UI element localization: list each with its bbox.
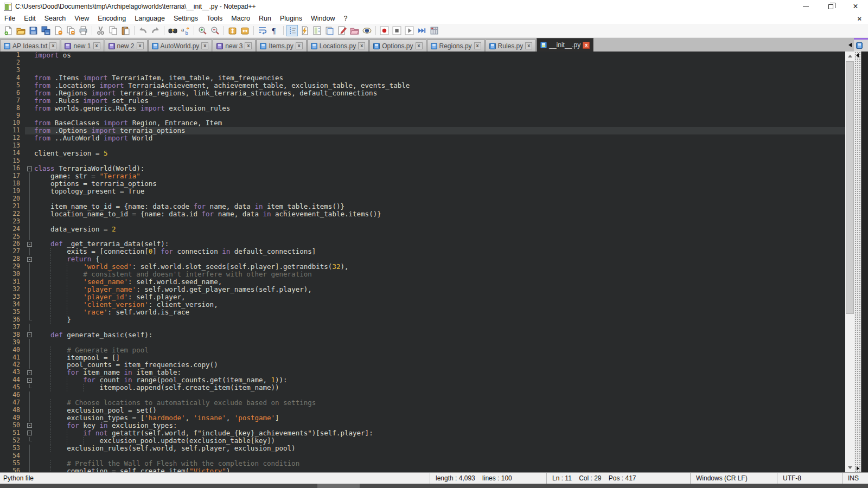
code-line[interactable]: 36 } xyxy=(0,316,845,324)
code-line[interactable]: 27 exits = [connection[0] for connection… xyxy=(0,248,845,255)
tab-items-py[interactable]: Items.pyx xyxy=(256,40,306,52)
code-line[interactable]: 38- def generate_basic(self): xyxy=(0,331,845,339)
tab-ap-ideas-txt[interactable]: AP Ideas.txtx xyxy=(0,40,60,52)
fold-margin[interactable] xyxy=(25,399,34,407)
tab-regions-py[interactable]: Regions.pyx xyxy=(427,40,485,52)
tab-close-icon[interactable]: x xyxy=(201,42,208,49)
fold-margin[interactable] xyxy=(25,233,34,241)
code-line[interactable]: 8from worlds.generic.Rules import exclus… xyxy=(0,105,845,112)
tab-rules-py[interactable]: Rules.pyx xyxy=(486,40,537,52)
code-line[interactable]: 46 xyxy=(0,391,845,399)
fold-margin[interactable] xyxy=(25,82,34,89)
macro-run-multiple-icon[interactable] xyxy=(416,25,427,36)
define-language-icon[interactable] xyxy=(299,25,310,36)
fold-margin[interactable] xyxy=(25,301,34,309)
fold-margin[interactable] xyxy=(25,263,34,271)
redo-icon[interactable] xyxy=(150,25,161,36)
code-line[interactable]: 47 # Choose locations to automatically e… xyxy=(0,399,845,407)
print-icon[interactable] xyxy=(78,25,89,36)
fold-margin[interactable] xyxy=(25,142,34,150)
code-line[interactable]: 48 exclusion_pool = set() xyxy=(0,407,845,414)
scroll-up-button[interactable] xyxy=(845,52,854,61)
find-icon[interactable] xyxy=(167,25,178,36)
tab-close-icon[interactable]: x xyxy=(416,42,423,49)
sync-horizontal-scroll-icon[interactable] xyxy=(239,25,251,36)
undo-icon[interactable] xyxy=(137,25,149,36)
fold-margin[interactable] xyxy=(25,67,34,74)
code-line[interactable]: 6from .Regions import terraria_regions, … xyxy=(0,89,845,97)
tab-close-icon[interactable]: x xyxy=(137,42,144,49)
code-line[interactable]: 17 game: str = "Terraria" xyxy=(0,172,845,180)
minimize-button[interactable] xyxy=(793,0,818,13)
fold-margin[interactable] xyxy=(25,278,34,286)
menu-item-help[interactable]: ? xyxy=(339,13,352,24)
edit-document-icon[interactable] xyxy=(336,25,348,36)
menu-item-window[interactable]: Window xyxy=(307,13,339,24)
document-list-icon[interactable] xyxy=(324,25,335,36)
tab-new-2[interactable]: new 2x xyxy=(105,40,148,52)
code-line[interactable]: 55 # Prefill the Wall of Flesh with the … xyxy=(0,460,845,467)
tab-autoworld-py[interactable]: AutoWorld.pyx xyxy=(148,40,213,52)
code-line[interactable]: 22 location_name_to_id = {name: data.id … xyxy=(0,210,845,218)
code-line[interactable]: 39 xyxy=(0,339,845,346)
code-line[interactable]: 7from .Rules import set_rules xyxy=(0,97,845,105)
fold-margin[interactable] xyxy=(25,309,34,316)
tab-close-icon[interactable]: x xyxy=(583,42,590,49)
code-line[interactable]: 32 'player_name': self.world.get_player_… xyxy=(0,286,845,293)
fold-margin[interactable] xyxy=(25,157,34,165)
close-all-icon[interactable] xyxy=(65,25,76,36)
code-line[interactable]: 43- for item_name in item_table: xyxy=(0,369,845,376)
fold-margin[interactable]: - xyxy=(25,240,34,248)
code-line[interactable]: 11from .Options import terraria_options xyxy=(0,127,845,134)
code-line[interactable]: 14client_version = 5 xyxy=(0,150,845,157)
fold-collapse-icon[interactable]: - xyxy=(27,370,32,375)
tab-scroll-left-button[interactable] xyxy=(846,40,854,50)
fold-margin[interactable] xyxy=(25,195,34,203)
tab-locations-py[interactable]: Locations.pyx xyxy=(307,40,369,52)
code-line[interactable]: 44- for count in range(pool_counts.get(i… xyxy=(0,376,845,384)
fold-margin[interactable]: - xyxy=(25,429,34,437)
fold-margin[interactable] xyxy=(25,74,34,82)
code-line[interactable]: 28- return { xyxy=(0,255,845,263)
fold-margin[interactable] xyxy=(25,127,34,134)
sync-vertical-scroll-icon[interactable] xyxy=(227,25,238,36)
fold-margin[interactable] xyxy=(25,384,34,391)
menu-item-language[interactable]: Language xyxy=(130,13,169,24)
fold-margin[interactable] xyxy=(25,248,34,255)
fold-margin[interactable]: - xyxy=(25,422,34,429)
new-file-icon[interactable] xyxy=(3,25,14,36)
tab-new-3[interactable]: new 3x xyxy=(213,40,256,52)
code-line[interactable]: 19 topology_present = True xyxy=(0,188,845,195)
code-line[interactable]: 53 exclusion_rules(self.world, self.play… xyxy=(0,445,845,452)
code-line[interactable]: 34 'client_version': client_version, xyxy=(0,301,845,309)
code-line[interactable]: 3 xyxy=(0,67,845,74)
code-line[interactable]: 37 xyxy=(0,324,845,331)
code-line[interactable]: 52 exclusion_pool.update(exclusion_table… xyxy=(0,437,845,445)
restore-button[interactable] xyxy=(818,0,843,13)
menu-item-macro[interactable]: Macro xyxy=(227,13,254,24)
fold-margin[interactable] xyxy=(25,339,34,346)
fold-margin[interactable] xyxy=(25,324,34,331)
fold-margin[interactable] xyxy=(25,407,34,414)
fold-margin[interactable] xyxy=(25,59,34,67)
monitoring-icon[interactable] xyxy=(361,25,373,36)
fold-margin[interactable] xyxy=(25,361,34,369)
code-line[interactable]: 50- for key in exclusion_types: xyxy=(0,422,845,429)
tab-close-icon[interactable]: x xyxy=(358,42,365,49)
code-line[interactable]: 33 'player_id': self.player, xyxy=(0,293,845,301)
tab-close-icon[interactable]: x xyxy=(296,42,303,49)
fold-margin[interactable] xyxy=(25,226,34,233)
code-line[interactable]: 2 xyxy=(0,59,845,67)
macro-record-icon[interactable] xyxy=(379,25,390,36)
tab-close-icon[interactable]: x xyxy=(93,42,100,49)
fold-margin[interactable] xyxy=(25,97,34,105)
open-file-icon[interactable] xyxy=(15,25,27,36)
fold-collapse-icon[interactable]: - xyxy=(27,242,32,247)
code-line[interactable]: 24 data_version = 2 xyxy=(0,226,845,233)
menu-item-run[interactable]: Run xyxy=(254,13,276,24)
word-wrap-icon[interactable] xyxy=(257,25,268,36)
code-line[interactable]: 12from ..AutoWorld import World xyxy=(0,134,845,142)
fold-collapse-icon[interactable]: - xyxy=(27,332,32,337)
zoom-out-icon[interactable] xyxy=(209,25,221,36)
document-map-icon[interactable] xyxy=(311,25,323,36)
